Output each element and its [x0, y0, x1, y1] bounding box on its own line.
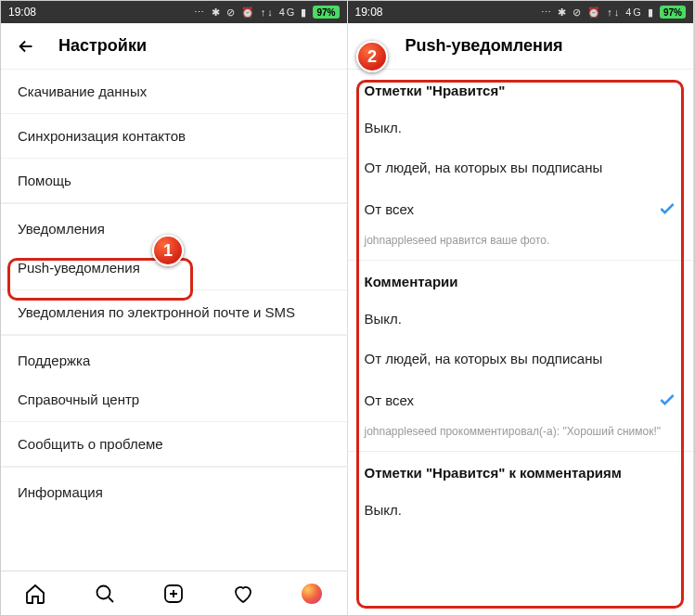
- phone-left: 19:08 ⋯ ✱ ⊘ ⏰ ↑↓ 4G ▮ 97% Настройки Скач…: [1, 1, 348, 615]
- add-post-icon[interactable]: [162, 583, 185, 605]
- battery-indicator: 97%: [660, 6, 686, 19]
- status-right: ⋯ ✱ ⊘ ⏰ ↑↓ 4G ▮ 97%: [541, 6, 686, 19]
- option-label: От всех: [365, 201, 415, 217]
- bottom-nav: [1, 571, 347, 615]
- option-comment-likes-off[interactable]: Выкл.: [348, 490, 694, 530]
- row-download-data[interactable]: Скачивание данных: [1, 70, 347, 114]
- row-email-sms-notifications[interactable]: Уведомления по электронной почте и SMS: [1, 290, 347, 335]
- option-label: Выкл.: [365, 502, 402, 518]
- heart-icon[interactable]: [232, 583, 254, 605]
- row-push-notifications[interactable]: Push-уведомления: [1, 246, 347, 290]
- option-comments-off[interactable]: Выкл.: [348, 299, 694, 339]
- back-arrow-icon[interactable]: [363, 36, 383, 57]
- check-icon: [658, 199, 676, 218]
- status-icons: ⋯ ✱ ⊘ ⏰ ↑↓ 4G ▮: [541, 6, 655, 19]
- row-help-center[interactable]: Справочный центр: [1, 378, 347, 422]
- settings-list: Скачивание данных Синхронизация контакто…: [1, 70, 347, 571]
- option-label: Выкл.: [365, 120, 402, 135]
- group-comment-likes-header: Отметки "Нравится" к комментариям: [348, 452, 694, 490]
- option-comments-all[interactable]: От всех: [348, 379, 694, 421]
- helper-comments: johnappleseed прокомментировал(-а): "Хор…: [348, 421, 694, 452]
- row-report-problem[interactable]: Сообщить о проблеме: [1, 422, 347, 467]
- nav-header: Настройки: [1, 23, 347, 70]
- status-bar: 19:08 ⋯ ✱ ⊘ ⏰ ↑↓ 4G ▮ 97%: [1, 1, 347, 23]
- status-icons: ⋯ ✱ ⊘ ⏰ ↑↓ 4G ▮: [194, 6, 308, 19]
- section-notifications: Уведомления: [1, 203, 347, 246]
- search-icon[interactable]: [94, 583, 116, 605]
- battery-indicator: 97%: [313, 6, 339, 19]
- nav-header: Push-уведомления: [348, 23, 694, 70]
- check-icon: [658, 391, 676, 409]
- option-likes-all[interactable]: От всех: [348, 187, 694, 230]
- profile-avatar: [302, 584, 322, 604]
- back-arrow-icon[interactable]: [16, 36, 36, 57]
- option-comments-following[interactable]: От людей, на которых вы подписаны: [348, 339, 694, 379]
- option-likes-off[interactable]: Выкл.: [348, 108, 694, 148]
- option-label: От людей, на которых вы подписаны: [365, 160, 603, 175]
- helper-likes: johnappleseed нравится ваше фото.: [348, 230, 694, 261]
- phone-right: 19:08 ⋯ ✱ ⊘ ⏰ ↑↓ 4G ▮ 97% Push-уведомлен…: [348, 1, 695, 615]
- section-support: Поддержка: [1, 335, 347, 378]
- push-settings-list: Отметки "Нравится" Выкл. От людей, на ко…: [348, 70, 694, 615]
- page-title: Настройки: [58, 36, 147, 56]
- status-time: 19:08: [355, 6, 383, 19]
- option-label: От людей, на которых вы подписаны: [365, 351, 603, 366]
- status-right: ⋯ ✱ ⊘ ⏰ ↑↓ 4G ▮ 97%: [194, 6, 339, 19]
- row-help[interactable]: Помощь: [1, 159, 347, 203]
- group-likes-header: Отметки "Нравится": [348, 70, 694, 108]
- option-likes-following[interactable]: От людей, на которых вы подписаны: [348, 148, 694, 187]
- home-icon[interactable]: [24, 583, 46, 605]
- option-label: Выкл.: [365, 311, 402, 327]
- option-label: От всех: [365, 392, 415, 408]
- status-time: 19:08: [8, 6, 36, 19]
- svg-point-0: [97, 585, 109, 598]
- profile-icon[interactable]: [301, 583, 323, 605]
- status-bar: 19:08 ⋯ ✱ ⊘ ⏰ ↑↓ 4G ▮ 97%: [348, 1, 694, 23]
- section-info: Информация: [1, 467, 347, 509]
- page-title: Push-уведомления: [405, 36, 563, 56]
- group-comments-header: Комментарии: [348, 261, 694, 299]
- row-sync-contacts[interactable]: Синхронизация контактов: [1, 114, 347, 159]
